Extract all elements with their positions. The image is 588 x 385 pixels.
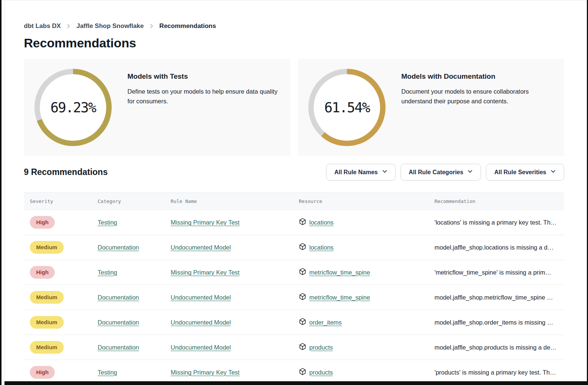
content-divider-left: [4, 0, 5, 385]
rule-name-link[interactable]: Undocumented Model: [171, 344, 231, 351]
table-row: Medium Documentation Undocumented Model …: [24, 235, 564, 260]
card-description: Define tests on your models to help ensu…: [127, 87, 281, 106]
recommendation-text: model.jaffle_shop.order_items is missing…: [429, 319, 564, 326]
rule-severities-filter-dropdown[interactable]: All Rule Severities: [486, 164, 564, 181]
breadcrumb-item-project[interactable]: Jaffle Shop Snowflake: [76, 22, 143, 30]
category-link[interactable]: Documentation: [98, 344, 139, 351]
table-row: High Testing Missing Primary Key Test lo…: [24, 210, 564, 235]
model-cube-icon: [299, 318, 306, 327]
card-title-models-with-documentation: Models with Documentation: [401, 72, 547, 81]
breadcrumb-item-current: Recommendations: [159, 22, 216, 30]
chevron-down-icon: [550, 169, 556, 176]
severity-badge: High: [30, 366, 55, 379]
recommendation-text: 'metricflow_time_spine' is missing a pri…: [429, 269, 564, 276]
breadcrumb-item-account[interactable]: dbt Labs DX: [24, 22, 61, 30]
rule-categories-filter-dropdown[interactable]: All Rule Categories: [401, 164, 481, 181]
table-row: Medium Documentation Undocumented Model …: [24, 335, 564, 360]
table-row: Medium Documentation Undocumented Model …: [24, 310, 564, 335]
chevron-down-icon: [382, 169, 388, 176]
recommendations-page: dbt Labs DX Jaffle Shop Snowflake Recomm…: [0, 22, 588, 385]
tests-donut-chart: 69.23%: [34, 68, 113, 147]
category-link[interactable]: Documentation: [98, 319, 139, 326]
rule-name-link[interactable]: Missing Primary Key Test: [171, 269, 240, 276]
rule-name-link[interactable]: Undocumented Model: [171, 294, 231, 301]
model-cube-icon: [299, 268, 306, 277]
recommendations-count: 9 Recommendations: [24, 167, 108, 177]
column-header-resource: Resource: [293, 198, 429, 204]
recommendations-table: Severity Category Rule Name Resource Rec…: [24, 192, 564, 385]
resource-link[interactable]: locations: [309, 219, 333, 226]
severity-badge: Medium: [30, 291, 64, 304]
page-title: Recommendations: [24, 36, 564, 50]
table-row: Medium Documentation Undocumented Model …: [24, 285, 564, 310]
model-cube-icon: [299, 218, 306, 227]
resource-link[interactable]: products: [309, 344, 333, 351]
column-header-rule-name: Rule Name: [165, 198, 293, 204]
chevron-right-icon: [66, 24, 71, 29]
column-header-recommendation: Recommendation: [429, 198, 564, 204]
models-with-documentation-card: 61.54% Models with Documentation Documen…: [298, 59, 564, 156]
severity-badge: High: [30, 216, 55, 229]
category-link[interactable]: Testing: [98, 369, 117, 376]
rule-names-filter-dropdown[interactable]: All Rule Names: [326, 164, 395, 181]
recommendation-text: model.jaffle_shop.products is missing a …: [429, 344, 564, 351]
metric-cards: 69.23% Models with Tests Define tests on…: [24, 59, 564, 156]
documentation-percent-value: 61.54%: [307, 68, 386, 147]
table-body: High Testing Missing Primary Key Test lo…: [24, 210, 564, 385]
severity-badge: High: [30, 266, 55, 279]
card-description: Document your models to ensure collabora…: [401, 87, 547, 106]
table-header-row: Severity Category Rule Name Resource Rec…: [24, 192, 564, 210]
rule-name-link[interactable]: Missing Primary Key Test: [171, 219, 240, 226]
window-edge-bottom: [4, 381, 588, 385]
recommendation-text: model.jaffle_shop.metricflow_time_spine …: [429, 294, 564, 301]
category-link[interactable]: Testing: [98, 269, 117, 276]
severity-badge: Medium: [30, 241, 64, 254]
resource-link[interactable]: order_items: [309, 319, 342, 326]
window-edge-left: [0, 0, 1, 385]
resource-link[interactable]: products: [309, 369, 333, 376]
severity-badge: Medium: [30, 316, 64, 329]
column-header-severity: Severity: [24, 198, 92, 204]
model-cube-icon: [299, 368, 306, 377]
severity-badge: Medium: [30, 341, 64, 354]
rule-name-link[interactable]: Undocumented Model: [171, 319, 231, 326]
resource-link[interactable]: metricflow_time_spine: [309, 294, 370, 301]
model-cube-icon: [299, 343, 306, 352]
category-link[interactable]: Testing: [98, 219, 117, 226]
content-divider-top: [0, 0, 588, 0]
category-link[interactable]: Documentation: [98, 244, 139, 251]
resource-link[interactable]: locations: [309, 244, 333, 251]
rule-name-link[interactable]: Undocumented Model: [171, 244, 231, 251]
recommendation-text: model.jaffle_shop.locations is missing a…: [429, 244, 564, 251]
models-with-tests-card: 69.23% Models with Tests Define tests on…: [24, 59, 290, 156]
model-cube-icon: [299, 293, 306, 302]
category-link[interactable]: Documentation: [98, 294, 139, 301]
breadcrumb: dbt Labs DX Jaffle Shop Snowflake Recomm…: [24, 22, 564, 30]
resource-link[interactable]: metricflow_time_spine: [309, 269, 370, 276]
table-row: High Testing Missing Primary Key Test me…: [24, 260, 564, 285]
rule-name-link[interactable]: Missing Primary Key Test: [171, 369, 240, 376]
filter-bar: All Rule Names All Rule Categories All R…: [326, 164, 564, 181]
tests-percent-value: 69.23%: [34, 68, 113, 147]
model-cube-icon: [299, 243, 306, 252]
column-header-category: Category: [92, 198, 165, 204]
recommendations-list-header: 9 Recommendations All Rule Names All Rul…: [24, 164, 564, 181]
card-title-models-with-tests: Models with Tests: [127, 72, 281, 81]
recommendation-text: 'products' is missing a primary key test…: [429, 369, 564, 376]
recommendation-text: 'locations' is missing a primary key tes…: [429, 219, 564, 226]
chevron-down-icon: [467, 169, 473, 176]
chevron-right-icon: [149, 24, 154, 29]
documentation-donut-chart: 61.54%: [307, 68, 386, 147]
